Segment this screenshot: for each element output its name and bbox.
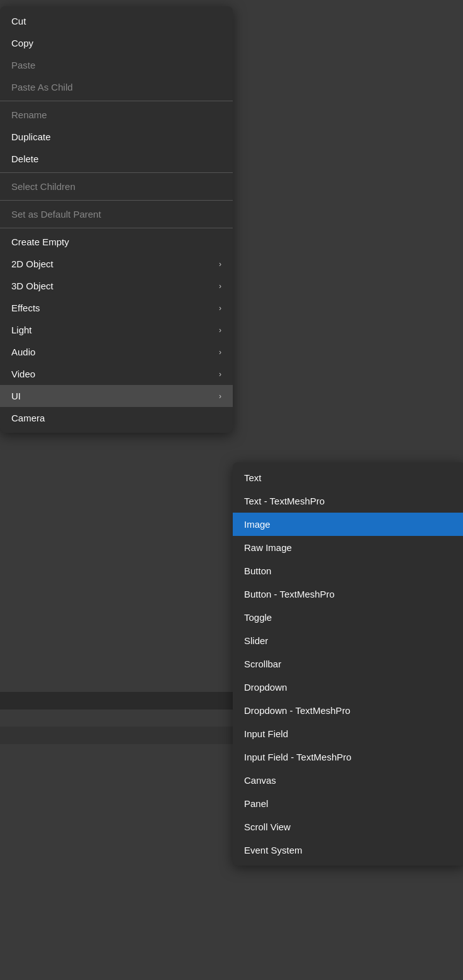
separator-after-paste-as-child xyxy=(0,101,233,101)
submenu-item-image[interactable]: Image xyxy=(233,513,463,536)
left-context-menu: CutCopyPastePaste As ChildRenameDuplicat… xyxy=(0,6,233,433)
bottom-bar-2 xyxy=(0,727,233,744)
menu-item-label-video: Video xyxy=(11,369,35,379)
submenu-item-label-text: Text xyxy=(244,472,262,483)
chevron-icon-2d-object: › xyxy=(219,260,221,269)
submenu-item-dropdown-textmeshpro[interactable]: Dropdown - TextMeshPro xyxy=(233,699,463,722)
submenu-item-text-textmeshpro[interactable]: Text - TextMeshPro xyxy=(233,489,463,513)
menu-item-2d-object[interactable]: 2D Object› xyxy=(0,253,233,275)
submenu-item-label-dropdown-textmeshpro: Dropdown - TextMeshPro xyxy=(244,705,350,716)
submenu-item-label-input-field-textmeshpro: Input Field - TextMeshPro xyxy=(244,752,352,762)
chevron-icon-3d-object: › xyxy=(219,282,221,291)
menu-item-label-3d-object: 3D Object xyxy=(11,281,53,291)
submenu-item-slider[interactable]: Slider xyxy=(233,629,463,652)
separator-after-select-children xyxy=(0,200,233,201)
submenu-item-label-slider: Slider xyxy=(244,635,268,646)
menu-item-delete[interactable]: Delete xyxy=(0,148,233,170)
submenu-item-label-dropdown: Dropdown xyxy=(244,682,287,693)
submenu-item-input-field[interactable]: Input Field xyxy=(233,722,463,745)
menu-item-camera[interactable]: Camera xyxy=(0,407,233,429)
submenu-item-toggle[interactable]: Toggle xyxy=(233,606,463,629)
menu-item-set-as-default-parent: Set as Default Parent xyxy=(0,203,233,225)
menu-item-label-delete: Delete xyxy=(11,153,38,164)
separator-after-delete xyxy=(0,172,233,173)
menu-item-copy[interactable]: Copy xyxy=(0,32,233,54)
menu-item-ui[interactable]: UI› xyxy=(0,385,233,407)
menu-item-cut[interactable]: Cut xyxy=(0,10,233,32)
submenu-item-label-scrollbar: Scrollbar xyxy=(244,659,281,669)
menu-item-label-paste: Paste xyxy=(11,60,35,70)
menu-item-light[interactable]: Light› xyxy=(0,319,233,341)
submenu-item-scroll-view[interactable]: Scroll View xyxy=(233,815,463,838)
submenu-item-label-panel: Panel xyxy=(244,798,268,809)
menu-item-audio[interactable]: Audio› xyxy=(0,341,233,363)
submenu-item-label-image: Image xyxy=(244,519,271,530)
submenu-item-dropdown[interactable]: Dropdown xyxy=(233,676,463,699)
submenu-item-canvas[interactable]: Canvas xyxy=(233,769,463,792)
menu-item-rename: Rename xyxy=(0,104,233,126)
submenu-item-button[interactable]: Button xyxy=(233,559,463,582)
submenu-item-raw-image[interactable]: Raw Image xyxy=(233,536,463,559)
menu-item-label-copy: Copy xyxy=(11,38,33,48)
menu-item-label-camera: Camera xyxy=(11,413,45,423)
submenu-item-label-toggle: Toggle xyxy=(244,612,272,623)
menu-item-label-paste-as-child: Paste As Child xyxy=(11,82,73,92)
menu-item-label-select-children: Select Children xyxy=(11,181,75,192)
menu-item-label-set-as-default-parent: Set as Default Parent xyxy=(11,209,101,220)
menu-item-select-children: Select Children xyxy=(0,175,233,198)
menu-item-label-rename: Rename xyxy=(11,109,47,120)
submenu-item-label-canvas: Canvas xyxy=(244,775,276,786)
menu-item-label-audio: Audio xyxy=(11,347,35,357)
submenu-item-label-scroll-view: Scroll View xyxy=(244,821,291,832)
menu-item-duplicate[interactable]: Duplicate xyxy=(0,126,233,148)
menu-item-paste-as-child: Paste As Child xyxy=(0,76,233,98)
menu-item-label-create-empty: Create Empty xyxy=(11,237,69,247)
menu-item-video[interactable]: Video› xyxy=(0,363,233,385)
submenu-item-label-input-field: Input Field xyxy=(244,728,288,739)
submenu-item-label-button-textmeshpro: Button - TextMeshPro xyxy=(244,589,335,599)
submenu-item-label-event-system: Event System xyxy=(244,845,303,855)
submenu-item-button-textmeshpro[interactable]: Button - TextMeshPro xyxy=(233,582,463,606)
submenu-item-event-system[interactable]: Event System xyxy=(233,838,463,862)
submenu-item-input-field-textmeshpro[interactable]: Input Field - TextMeshPro xyxy=(233,745,463,769)
chevron-icon-audio: › xyxy=(219,348,221,357)
submenu-item-scrollbar[interactable]: Scrollbar xyxy=(233,652,463,676)
menu-item-3d-object[interactable]: 3D Object› xyxy=(0,275,233,297)
chevron-icon-video: › xyxy=(219,370,221,379)
menu-item-effects[interactable]: Effects› xyxy=(0,297,233,319)
chevron-icon-effects: › xyxy=(219,304,221,313)
menu-item-label-light: Light xyxy=(11,325,32,335)
menu-item-label-duplicate: Duplicate xyxy=(11,131,51,142)
submenu-item-text[interactable]: Text xyxy=(233,466,463,489)
bottom-bar-1 xyxy=(0,692,233,710)
menu-item-label-cut: Cut xyxy=(11,16,26,26)
submenu-ui: TextText - TextMeshProImageRaw ImageButt… xyxy=(233,462,463,866)
submenu-item-label-button: Button xyxy=(244,565,271,576)
submenu-item-label-raw-image: Raw Image xyxy=(244,542,292,553)
menu-item-label-2d-object: 2D Object xyxy=(11,259,53,269)
separator-after-set-as-default-parent xyxy=(0,228,233,228)
chevron-icon-light: › xyxy=(219,326,221,335)
submenu-item-panel[interactable]: Panel xyxy=(233,792,463,815)
menu-item-create-empty[interactable]: Create Empty xyxy=(0,231,233,253)
submenu-item-label-text-textmeshpro: Text - TextMeshPro xyxy=(244,496,325,506)
menu-item-label-ui: UI xyxy=(11,391,21,401)
menu-item-paste: Paste xyxy=(0,54,233,76)
menu-item-label-effects: Effects xyxy=(11,303,40,313)
chevron-icon-ui: › xyxy=(219,392,221,401)
